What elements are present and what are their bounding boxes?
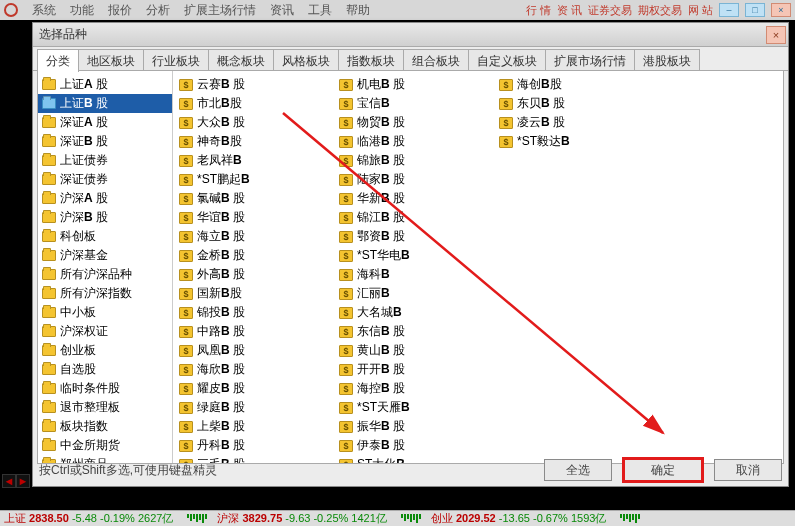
tree-item[interactable]: 上证B 股: [38, 94, 172, 113]
tab-6[interactable]: 组合板块: [403, 49, 469, 70]
grid-item[interactable]: $神奇B股: [179, 132, 339, 151]
menu-item[interactable]: 功能: [70, 2, 94, 19]
tab-3[interactable]: 概念板块: [208, 49, 274, 70]
grid-item-label: 氯碱B 股: [197, 190, 245, 207]
tree-item[interactable]: 深证B 股: [38, 132, 172, 151]
grid-item[interactable]: $海立B 股: [179, 227, 339, 246]
tree-item[interactable]: 科创板: [38, 227, 172, 246]
grid-item-label: 物贸B 股: [357, 114, 405, 131]
tab-1[interactable]: 地区板块: [78, 49, 144, 70]
grid-item[interactable]: $大众B 股: [179, 113, 339, 132]
tree-item[interactable]: 自选股: [38, 360, 172, 379]
dialog-close-button[interactable]: ×: [766, 26, 786, 44]
menu-item[interactable]: 系统: [32, 2, 56, 19]
tree-item[interactable]: 深证债券: [38, 170, 172, 189]
tree-item[interactable]: 所有沪深指数: [38, 284, 172, 303]
grid-item[interactable]: $海创B股: [499, 75, 629, 94]
grid-item[interactable]: $锦江B 股: [339, 208, 499, 227]
grid-item[interactable]: $振华B 股: [339, 417, 499, 436]
grid-item[interactable]: $物贸B 股: [339, 113, 499, 132]
window-close-button[interactable]: ×: [771, 3, 791, 17]
tree-item[interactable]: 沪深B 股: [38, 208, 172, 227]
tab-8[interactable]: 扩展市场行情: [545, 49, 635, 70]
top-link[interactable]: 证券交易: [588, 3, 632, 18]
grid-item-label: 海创B股: [517, 76, 562, 93]
menu-item[interactable]: 帮助: [346, 2, 370, 19]
tab-5[interactable]: 指数板块: [338, 49, 404, 70]
grid-item[interactable]: $市北B股: [179, 94, 339, 113]
tab-7[interactable]: 自定义板块: [468, 49, 546, 70]
grid-item[interactable]: $凌云B 股: [499, 113, 629, 132]
nav-next-button[interactable]: ►: [16, 474, 30, 488]
menu-item[interactable]: 扩展主场行情: [184, 2, 256, 19]
top-link[interactable]: 网 站: [688, 3, 713, 18]
grid-item[interactable]: $氯碱B 股: [179, 189, 339, 208]
cancel-button[interactable]: 取消: [714, 459, 782, 481]
tree-item[interactable]: 沪深权证: [38, 322, 172, 341]
grid-item[interactable]: $华新B 股: [339, 189, 499, 208]
grid-item[interactable]: $金桥B 股: [179, 246, 339, 265]
select-all-button[interactable]: 全选: [544, 459, 612, 481]
grid-item[interactable]: $东贝B 股: [499, 94, 629, 113]
grid-item[interactable]: $黄山B 股: [339, 341, 499, 360]
tree-item[interactable]: 所有沪深品种: [38, 265, 172, 284]
tab-2[interactable]: 行业板块: [143, 49, 209, 70]
grid-item[interactable]: $老凤祥B: [179, 151, 339, 170]
grid-item[interactable]: $耀皮B 股: [179, 379, 339, 398]
grid-item[interactable]: $海欣B 股: [179, 360, 339, 379]
grid-item[interactable]: $锦投B 股: [179, 303, 339, 322]
grid-item[interactable]: $外高B 股: [179, 265, 339, 284]
grid-item[interactable]: $凤凰B 股: [179, 341, 339, 360]
tree-item[interactable]: 板块指数: [38, 417, 172, 436]
top-link[interactable]: 行 情: [526, 3, 551, 18]
tree-item[interactable]: 深证A 股: [38, 113, 172, 132]
tree-item[interactable]: 沪深A 股: [38, 189, 172, 208]
tree-item[interactable]: 创业板: [38, 341, 172, 360]
grid-item[interactable]: $陆家B 股: [339, 170, 499, 189]
window-minimize-button[interactable]: –: [719, 3, 739, 17]
grid-item[interactable]: $大名城B: [339, 303, 499, 322]
tree-item[interactable]: 上证A 股: [38, 75, 172, 94]
grid-item[interactable]: $伊泰B 股: [339, 436, 499, 455]
grid-item[interactable]: $开开B 股: [339, 360, 499, 379]
menu-item[interactable]: 工具: [308, 2, 332, 19]
grid-item[interactable]: $上柴B 股: [179, 417, 339, 436]
tree-item[interactable]: 沪深基金: [38, 246, 172, 265]
top-link[interactable]: 期权交易: [638, 3, 682, 18]
ok-button[interactable]: 确定: [624, 459, 702, 481]
window-maximize-button[interactable]: □: [745, 3, 765, 17]
grid-item[interactable]: $海控B 股: [339, 379, 499, 398]
tab-4[interactable]: 风格板块: [273, 49, 339, 70]
grid-item[interactable]: $*ST天雁B: [339, 398, 499, 417]
grid-item[interactable]: $锦旅B 股: [339, 151, 499, 170]
tree-item[interactable]: 中金所期货: [38, 436, 172, 455]
grid-item[interactable]: $*ST鹏起B: [179, 170, 339, 189]
grid-item[interactable]: $汇丽B: [339, 284, 499, 303]
tree-item[interactable]: 临时条件股: [38, 379, 172, 398]
top-link[interactable]: 资 讯: [557, 3, 582, 18]
tab-9[interactable]: 港股板块: [634, 49, 700, 70]
dollar-icon: $: [179, 288, 193, 300]
grid-item[interactable]: $临港B 股: [339, 132, 499, 151]
menu-item[interactable]: 分析: [146, 2, 170, 19]
nav-prev-button[interactable]: ◄: [2, 474, 16, 488]
grid-item[interactable]: $华谊B 股: [179, 208, 339, 227]
grid-item[interactable]: $国新B股: [179, 284, 339, 303]
grid-item[interactable]: $云赛B 股: [179, 75, 339, 94]
grid-item[interactable]: $宝信B: [339, 94, 499, 113]
menu-item[interactable]: 资讯: [270, 2, 294, 19]
tree-item[interactable]: 上证债券: [38, 151, 172, 170]
grid-item[interactable]: $海科B: [339, 265, 499, 284]
grid-item[interactable]: $鄂资B 股: [339, 227, 499, 246]
grid-item[interactable]: $东信B 股: [339, 322, 499, 341]
grid-item[interactable]: $*ST华电B: [339, 246, 499, 265]
grid-item[interactable]: $中路B 股: [179, 322, 339, 341]
grid-item[interactable]: $绿庭B 股: [179, 398, 339, 417]
menu-item[interactable]: 报价: [108, 2, 132, 19]
tree-item[interactable]: 退市整理板: [38, 398, 172, 417]
grid-item[interactable]: $机电B 股: [339, 75, 499, 94]
grid-item[interactable]: $丹科B 股: [179, 436, 339, 455]
tree-item[interactable]: 中小板: [38, 303, 172, 322]
grid-item[interactable]: $*ST毅达B: [499, 132, 629, 151]
tab-0[interactable]: 分类: [37, 49, 79, 72]
